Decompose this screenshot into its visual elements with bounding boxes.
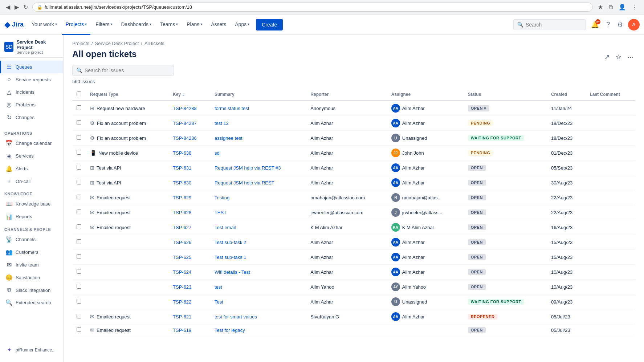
- issue-summary-link[interactable]: sd: [215, 150, 220, 156]
- select-all-checkbox[interactable]: [77, 91, 81, 96]
- key-cell[interactable]: TSP-627: [168, 220, 210, 235]
- issue-summary-link[interactable]: test for smart values: [215, 314, 257, 320]
- issue-summary-link[interactable]: test: [215, 284, 222, 290]
- row-checkbox[interactable]: [77, 314, 81, 318]
- forward-button[interactable]: ▶: [13, 2, 20, 12]
- row-checkbox[interactable]: [77, 254, 81, 259]
- address-bar[interactable]: 🔒 fullmetal.atlassian.net/jira/servicede…: [32, 3, 593, 12]
- issue-key-link[interactable]: TSP-623: [173, 284, 191, 290]
- issue-key-link[interactable]: TSP-619: [173, 328, 191, 333]
- issue-key-link[interactable]: TSP-629: [173, 195, 191, 200]
- row-checkbox-cell[interactable]: [72, 294, 86, 309]
- row-checkbox[interactable]: [77, 135, 81, 140]
- sidebar-item-problems[interactable]: ◎ Problems: [0, 98, 63, 111]
- row-checkbox[interactable]: [77, 165, 81, 170]
- table-row[interactable]: ✉Emailed request TSP-619 Test for legacy…: [72, 324, 635, 336]
- issue-key-link[interactable]: TSP-625: [173, 255, 191, 260]
- row-checkbox-cell[interactable]: [72, 220, 86, 235]
- row-checkbox-cell[interactable]: [72, 131, 86, 146]
- sidebar-item-queues[interactable]: ☰ Queues: [0, 61, 63, 73]
- row-checkbox[interactable]: [77, 284, 81, 289]
- row-checkbox-cell[interactable]: [72, 250, 86, 265]
- key-cell[interactable]: TSP-638: [168, 146, 210, 160]
- breadcrumb-service-desk-project[interactable]: Service Desk Project: [95, 41, 139, 46]
- issue-summary-link[interactable]: Test sub-task 2: [215, 240, 246, 245]
- table-row[interactable]: TSP-624 Wifi details - Test Alim Azhar A…: [72, 265, 635, 280]
- row-checkbox[interactable]: [77, 224, 81, 229]
- issue-summary-link[interactable]: Request JSM help via REST #3: [215, 165, 281, 171]
- nav-dashboards[interactable]: Dashboards ▾: [117, 15, 155, 35]
- user-avatar[interactable]: A: [628, 19, 640, 30]
- issue-summary-link[interactable]: Request JSM help via REST: [215, 180, 274, 186]
- col-key[interactable]: Key ↓: [168, 89, 210, 101]
- row-checkbox[interactable]: [77, 210, 81, 214]
- table-row[interactable]: TSP-625 Test sub-taks 1 Alim Azhar AAAli…: [72, 250, 635, 265]
- table-row[interactable]: ⚙Fix an account problem TSP-84287 test 1…: [72, 116, 635, 131]
- star-icon[interactable]: ☆: [614, 52, 623, 62]
- issue-summary-link[interactable]: Test for legacy: [215, 328, 245, 333]
- bookmark-icon[interactable]: ★: [596, 2, 605, 12]
- nav-plans[interactable]: Plans ▾: [183, 15, 206, 35]
- key-cell[interactable]: TSP-625: [168, 250, 210, 265]
- issue-search-box[interactable]: 🔍: [72, 65, 174, 76]
- sidebar-item-incidents[interactable]: △ Incidents: [0, 86, 63, 98]
- key-cell[interactable]: TSP-84287: [168, 116, 210, 131]
- row-checkbox-cell[interactable]: [72, 160, 86, 175]
- profile-icon[interactable]: 👤: [616, 2, 628, 12]
- jira-logo[interactable]: ◆ Jira: [4, 20, 24, 29]
- table-row[interactable]: TSP-626 Test sub-task 2 Alim Azhar AAAli…: [72, 235, 635, 250]
- issue-summary-link[interactable]: Wifi details - Test: [215, 269, 250, 275]
- key-cell[interactable]: TSP-619: [168, 324, 210, 336]
- breadcrumb-projects[interactable]: Projects: [72, 41, 89, 46]
- row-checkbox-cell[interactable]: [72, 101, 86, 116]
- create-button[interactable]: Create: [256, 19, 283, 30]
- row-checkbox-cell[interactable]: [72, 190, 86, 205]
- sidebar-item-changes[interactable]: ↻ Changes: [0, 111, 63, 124]
- row-checkbox[interactable]: [77, 150, 81, 155]
- row-checkbox[interactable]: [77, 105, 81, 110]
- nav-teams[interactable]: Teams ▾: [156, 15, 182, 35]
- row-checkbox[interactable]: [77, 269, 81, 274]
- issue-key-link[interactable]: TSP-631: [173, 165, 191, 171]
- issue-summary-link[interactable]: Test sub-taks 1: [215, 255, 246, 260]
- key-cell[interactable]: TSP-626: [168, 235, 210, 250]
- key-cell[interactable]: TSP-628: [168, 205, 210, 220]
- issue-key-link[interactable]: TSP-626: [173, 240, 191, 245]
- nav-apps[interactable]: Apps ▾: [231, 15, 253, 35]
- notifications-button[interactable]: 🔔 9+: [589, 19, 601, 31]
- sidebar-item-invite-team[interactable]: ✉ Invite team: [0, 259, 63, 271]
- issue-key-link[interactable]: TSP-84288: [173, 106, 197, 111]
- more-options-icon[interactable]: ⋯: [626, 52, 635, 62]
- row-checkbox[interactable]: [77, 299, 81, 304]
- row-checkbox-cell[interactable]: [72, 309, 86, 324]
- issue-summary-link[interactable]: Test email: [215, 225, 236, 230]
- key-cell[interactable]: TSP-629: [168, 190, 210, 205]
- row-checkbox[interactable]: [77, 120, 81, 125]
- nav-assets[interactable]: Assets: [207, 15, 230, 35]
- issue-summary-link[interactable]: forms status test: [215, 106, 249, 111]
- issue-key-link[interactable]: TSP-638: [173, 150, 191, 156]
- summary-cell[interactable]: TEST: [210, 205, 306, 220]
- summary-cell[interactable]: Testing: [210, 190, 306, 205]
- key-cell[interactable]: TSP-84286: [168, 131, 210, 146]
- nav-your-work[interactable]: Your work ▾: [28, 15, 61, 35]
- sidebar-item-change-calendar[interactable]: 📅 Change calendar: [0, 137, 63, 150]
- global-search[interactable]: 🔍: [513, 19, 586, 30]
- row-checkbox-cell[interactable]: [72, 280, 86, 294]
- issue-search-input[interactable]: [85, 68, 164, 73]
- row-checkbox[interactable]: [77, 239, 81, 244]
- key-cell[interactable]: TSP-621: [168, 309, 210, 324]
- issue-key-link[interactable]: TSP-84287: [173, 121, 197, 126]
- key-cell[interactable]: TSP-630: [168, 175, 210, 190]
- settings-button[interactable]: ⚙: [615, 19, 625, 31]
- table-row[interactable]: ✉Emailed request TSP-628 TEST jrwheeler@…: [72, 205, 635, 220]
- summary-cell[interactable]: test 12: [210, 116, 306, 131]
- issue-summary-link[interactable]: TEST: [215, 210, 227, 215]
- back-button[interactable]: ◀: [4, 2, 12, 12]
- key-cell[interactable]: TSP-84288: [168, 101, 210, 116]
- table-row[interactable]: ⊞Test via API TSP-630 Request JSM help v…: [72, 175, 635, 190]
- summary-cell[interactable]: sd: [210, 146, 306, 160]
- summary-cell[interactable]: Test: [210, 294, 306, 309]
- table-row[interactable]: ✉Emailed request TSP-627 Test email K M …: [72, 220, 635, 235]
- row-checkbox-cell[interactable]: [72, 205, 86, 220]
